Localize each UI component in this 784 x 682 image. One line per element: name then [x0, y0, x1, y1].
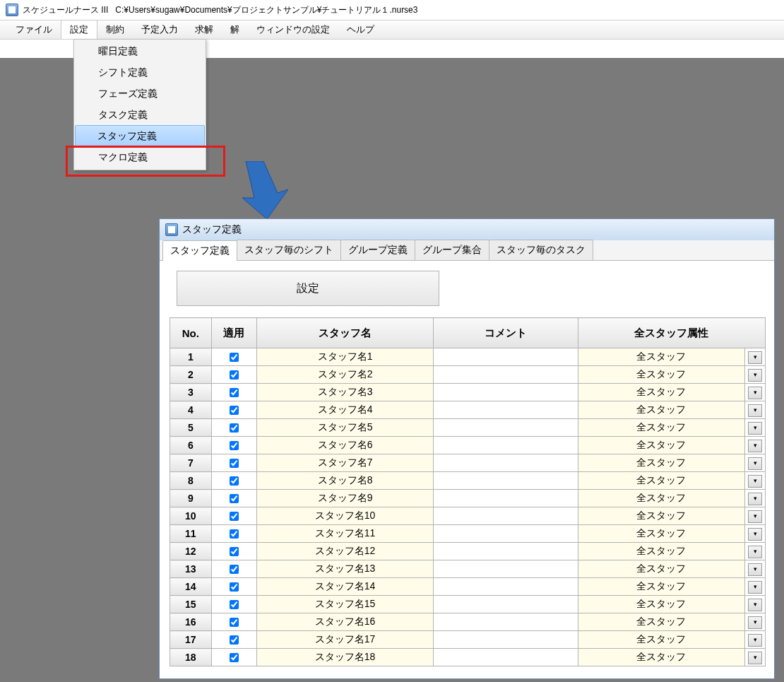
- dropdown-item-0[interactable]: 曜日定義: [76, 41, 204, 62]
- col-comment[interactable]: コメント: [434, 318, 578, 348]
- cell-apply[interactable]: [211, 631, 256, 649]
- cell-attr[interactable]: 全スタッフ: [578, 525, 744, 543]
- cell-comment[interactable]: [434, 613, 578, 631]
- cell-apply[interactable]: [211, 384, 256, 401]
- cell-no[interactable]: 6: [170, 437, 212, 454]
- cell-attr[interactable]: 全スタッフ: [578, 384, 744, 401]
- apply-checkbox[interactable]: [230, 423, 239, 433]
- cell-attr[interactable]: 全スタッフ: [578, 543, 744, 560]
- cell-attr-dropdown[interactable]: ▾: [745, 649, 766, 666]
- cell-attr-dropdown[interactable]: ▾: [745, 437, 766, 454]
- cell-attr-dropdown[interactable]: ▾: [745, 419, 766, 437]
- chevron-down-icon[interactable]: ▾: [748, 457, 762, 470]
- cell-name[interactable]: スタッフ名2: [257, 366, 434, 384]
- col-no[interactable]: No.: [170, 318, 212, 348]
- menu-settings[interactable]: 設定: [61, 20, 97, 39]
- cell-no[interactable]: 7: [170, 454, 212, 472]
- cell-comment[interactable]: [434, 631, 578, 649]
- cell-no[interactable]: 12: [170, 543, 212, 560]
- cell-no[interactable]: 3: [170, 384, 212, 401]
- apply-checkbox[interactable]: [230, 370, 239, 380]
- cell-attr[interactable]: 全スタッフ: [578, 401, 744, 419]
- chevron-down-icon[interactable]: ▾: [748, 351, 762, 364]
- cell-comment[interactable]: [434, 578, 578, 596]
- cell-no[interactable]: 9: [170, 490, 212, 507]
- cell-name[interactable]: スタッフ名18: [257, 649, 434, 666]
- cell-comment[interactable]: [434, 419, 578, 437]
- cell-attr-dropdown[interactable]: ▾: [745, 596, 766, 613]
- cell-name[interactable]: スタッフ名11: [257, 525, 434, 543]
- cell-no[interactable]: 18: [170, 649, 212, 666]
- cell-apply[interactable]: [211, 543, 256, 560]
- apply-checkbox[interactable]: [230, 388, 239, 397]
- cell-attr-dropdown[interactable]: ▾: [745, 384, 766, 401]
- apply-checkbox[interactable]: [230, 635, 239, 645]
- cell-attr[interactable]: 全スタッフ: [578, 419, 744, 437]
- cell-attr[interactable]: 全スタッフ: [578, 366, 744, 384]
- apply-checkbox[interactable]: [230, 529, 239, 539]
- cell-attr-dropdown[interactable]: ▾: [745, 578, 766, 596]
- cell-name[interactable]: スタッフ名3: [257, 384, 434, 401]
- cell-name[interactable]: スタッフ名17: [257, 631, 434, 649]
- cell-apply[interactable]: [211, 454, 256, 472]
- tab-4[interactable]: スタッフ毎のタスク: [489, 240, 593, 260]
- cell-attr-dropdown[interactable]: ▾: [745, 472, 766, 490]
- apply-checkbox[interactable]: [230, 441, 239, 450]
- cell-attr[interactable]: 全スタッフ: [578, 649, 744, 666]
- cell-apply[interactable]: [211, 507, 256, 525]
- dropdown-item-5[interactable]: マクロ定義: [76, 147, 204, 168]
- apply-checkbox[interactable]: [230, 582, 239, 592]
- cell-no[interactable]: 13: [170, 560, 212, 578]
- menu-window[interactable]: ウィンドウの設定: [248, 20, 338, 39]
- cell-attr-dropdown[interactable]: ▾: [745, 613, 766, 631]
- tab-3[interactable]: グループ集合: [415, 240, 489, 260]
- cell-no[interactable]: 16: [170, 613, 212, 631]
- cell-name[interactable]: スタッフ名1: [257, 348, 434, 366]
- cell-no[interactable]: 2: [170, 366, 212, 384]
- tab-2[interactable]: グループ定義: [340, 240, 415, 260]
- cell-attr[interactable]: 全スタッフ: [578, 348, 744, 366]
- cell-comment[interactable]: [434, 543, 578, 560]
- cell-name[interactable]: スタッフ名15: [257, 596, 434, 613]
- cell-attr[interactable]: 全スタッフ: [578, 454, 744, 472]
- cell-attr[interactable]: 全スタッフ: [578, 560, 744, 578]
- settings-button[interactable]: 設定: [177, 271, 439, 306]
- chevron-down-icon[interactable]: ▾: [748, 546, 762, 558]
- dropdown-item-1[interactable]: シフト定義: [76, 62, 204, 83]
- cell-apply[interactable]: [211, 348, 256, 366]
- chevron-down-icon[interactable]: ▾: [748, 652, 762, 664]
- apply-checkbox[interactable]: [230, 353, 239, 362]
- cell-attr-dropdown[interactable]: ▾: [745, 631, 766, 649]
- apply-checkbox[interactable]: [230, 618, 239, 627]
- cell-attr-dropdown[interactable]: ▾: [745, 525, 766, 543]
- cell-no[interactable]: 14: [170, 578, 212, 596]
- cell-attr-dropdown[interactable]: ▾: [745, 454, 766, 472]
- apply-checkbox[interactable]: [230, 406, 239, 415]
- menu-file[interactable]: ファイル: [7, 20, 61, 39]
- cell-comment[interactable]: [434, 348, 578, 366]
- chevron-down-icon[interactable]: ▾: [748, 563, 762, 576]
- cell-comment[interactable]: [434, 437, 578, 454]
- chevron-down-icon[interactable]: ▾: [748, 528, 762, 541]
- cell-apply[interactable]: [211, 401, 256, 419]
- cell-attr-dropdown[interactable]: ▾: [745, 401, 766, 419]
- cell-name[interactable]: スタッフ名5: [257, 419, 434, 437]
- cell-apply[interactable]: [211, 419, 256, 437]
- chevron-down-icon[interactable]: ▾: [748, 404, 762, 417]
- cell-comment[interactable]: [434, 454, 578, 472]
- chevron-down-icon[interactable]: ▾: [748, 475, 762, 488]
- cell-comment[interactable]: [434, 649, 578, 666]
- menu-solution[interactable]: 解: [222, 20, 248, 39]
- cell-no[interactable]: 11: [170, 525, 212, 543]
- cell-attr-dropdown[interactable]: ▾: [745, 366, 766, 384]
- apply-checkbox[interactable]: [230, 600, 239, 609]
- apply-checkbox[interactable]: [230, 494, 239, 503]
- cell-name[interactable]: スタッフ名7: [257, 454, 434, 472]
- col-apply[interactable]: 適用: [211, 318, 256, 348]
- tab-0[interactable]: スタッフ定義: [162, 240, 237, 261]
- cell-no[interactable]: 15: [170, 596, 212, 613]
- apply-checkbox[interactable]: [230, 653, 239, 662]
- child-title-bar[interactable]: スタッフ定義: [160, 219, 774, 240]
- chevron-down-icon[interactable]: ▾: [748, 369, 762, 382]
- dropdown-item-3[interactable]: タスク定義: [76, 105, 204, 126]
